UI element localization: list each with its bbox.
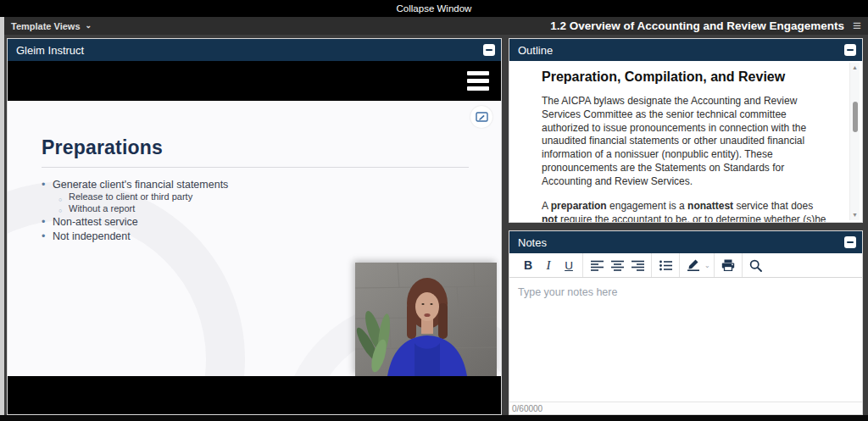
video-bottombar bbox=[8, 376, 501, 414]
minimize-button[interactable] bbox=[844, 44, 856, 56]
outline-panel: Outline Preparation, Compilation, and Re… bbox=[509, 38, 863, 223]
notes-editor-area bbox=[509, 278, 862, 402]
gleim-instruct-panel: Gleim Instruct Preparations Gener bbox=[7, 38, 502, 415]
collapse-window-bar: Collapse Window bbox=[0, 0, 868, 17]
chevron-down-icon: ⌄ bbox=[86, 22, 92, 30]
scrollbar-thumb[interactable] bbox=[853, 102, 858, 132]
notes-header: Notes bbox=[509, 231, 862, 253]
search-icon bbox=[749, 259, 762, 272]
gleim-instruct-header: Gleim Instruct bbox=[8, 39, 501, 61]
highlight-pen-chevron-icon[interactable]: ⌄ bbox=[704, 262, 710, 269]
notes-toolbar: B I U bbox=[509, 253, 862, 278]
slide-bullet-list: Generate client's financial statements R… bbox=[42, 177, 228, 243]
notes-footer: 0/60000 bbox=[509, 402, 862, 414]
window-bottom-edge bbox=[0, 415, 868, 421]
window-left-edge bbox=[0, 35, 4, 415]
slide-sub-bullet: Release to client or third party bbox=[42, 191, 228, 203]
align-left-button[interactable] bbox=[587, 255, 607, 275]
highlight-pen-button[interactable] bbox=[683, 255, 704, 275]
annotate-button[interactable] bbox=[470, 106, 492, 128]
minimize-icon bbox=[847, 241, 854, 244]
align-center-button[interactable] bbox=[607, 255, 627, 275]
slide-title: Preparations bbox=[42, 136, 163, 159]
outline-heading: Preparation, Compilation, and Review bbox=[542, 69, 828, 85]
outline-header: Outline bbox=[509, 39, 862, 61]
underline-button[interactable]: U bbox=[559, 255, 579, 275]
align-right-button[interactable] bbox=[627, 255, 648, 275]
slide-sub-bullet: Without a report bbox=[42, 203, 228, 215]
app-window: Collapse Window Template Views ⌄ 1.2 Ove… bbox=[0, 0, 868, 421]
slide-bullet: Non-attest service bbox=[42, 216, 228, 229]
page-title: 1.2 Overview of Accounting and Review En… bbox=[550, 19, 844, 32]
slide-title-underline bbox=[42, 167, 469, 168]
outline-paragraph-1: The AICPA bylaws designate the Accountin… bbox=[542, 95, 828, 189]
italic-button[interactable]: I bbox=[538, 255, 559, 275]
notes-title: Notes bbox=[518, 236, 547, 249]
print-button[interactable] bbox=[718, 255, 738, 275]
notes-input[interactable] bbox=[509, 278, 862, 402]
presenter-video-inset bbox=[355, 263, 497, 376]
menu-hamburger-icon[interactable]: ≡ bbox=[853, 19, 861, 33]
slide-area: Preparations Generate client's financial… bbox=[8, 101, 501, 376]
video-menu-hamburger-icon[interactable] bbox=[467, 71, 489, 91]
character-counter: 0/60000 bbox=[509, 404, 542, 413]
collapse-window-button[interactable]: Collapse Window bbox=[397, 3, 472, 14]
outline-paragraph-2: A preparation engagement is a nonattest … bbox=[542, 200, 828, 222]
presenter-illustration bbox=[355, 263, 497, 376]
align-left-icon bbox=[591, 260, 604, 271]
pen-annotation-icon bbox=[476, 111, 488, 124]
bold-button[interactable]: B bbox=[518, 255, 538, 275]
template-views-label: Template Views bbox=[11, 21, 81, 31]
outline-scrollbar[interactable]: ▲ ▼ bbox=[849, 63, 860, 220]
align-right-icon bbox=[632, 260, 644, 271]
slide-bullet: Generate client's financial statements bbox=[42, 179, 228, 191]
menu-bar: Template Views ⌄ 1.2 Overview of Account… bbox=[0, 17, 868, 35]
minimize-icon bbox=[847, 49, 854, 52]
scroll-down-icon[interactable]: ▼ bbox=[852, 211, 858, 219]
printer-icon bbox=[721, 259, 735, 271]
minimize-button[interactable] bbox=[844, 236, 856, 248]
bullet-list-icon bbox=[659, 260, 672, 271]
template-views-dropdown[interactable]: Template Views ⌄ bbox=[11, 21, 92, 31]
highlight-pen-icon bbox=[687, 259, 700, 271]
video-player[interactable]: Preparations Generate client's financial… bbox=[8, 61, 501, 414]
minimize-button[interactable] bbox=[483, 44, 495, 56]
notes-panel: Notes B I U bbox=[509, 230, 863, 415]
outline-content: Preparation, Compilation, and Review The… bbox=[509, 61, 862, 222]
gleim-instruct-title: Gleim Instruct bbox=[16, 44, 84, 57]
bullet-list-button[interactable] bbox=[655, 255, 676, 275]
minimize-icon bbox=[486, 49, 492, 52]
scroll-up-icon[interactable]: ▲ bbox=[852, 64, 858, 72]
video-topbar bbox=[8, 61, 501, 101]
align-center-icon bbox=[611, 260, 624, 271]
slide-bullet: Not independent bbox=[42, 230, 228, 243]
search-button[interactable] bbox=[746, 255, 766, 275]
outline-title: Outline bbox=[518, 44, 553, 57]
